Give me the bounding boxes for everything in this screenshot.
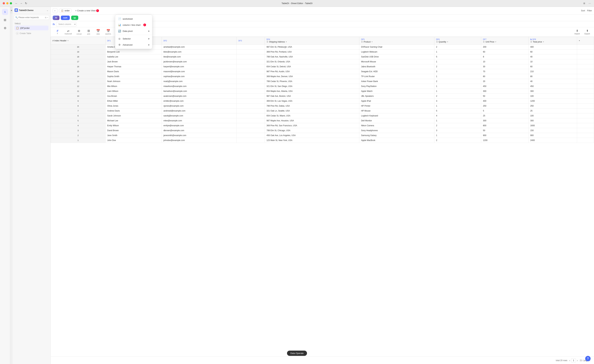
add-search-icon[interactable]: + [47, 16, 48, 19]
dropdown-item-advanced[interactable]: ⚙ Advanced ▶ [115, 42, 152, 48]
cell-quantity: 1 [434, 133, 481, 138]
refresh-nav-icon[interactable]: ↻ [24, 2, 28, 5]
cell-index: 11 [51, 89, 106, 94]
create-table-btn[interactable]: + Create Table [14, 31, 48, 36]
product-col-icon: ☰ [361, 41, 363, 43]
sidebar-chevron-icon[interactable]: ⌄ [47, 9, 48, 12]
cell-unit-price: 80 [481, 74, 528, 79]
sort-button[interactable]: Sort [581, 9, 585, 12]
cell-shipping: 321 Elm St, Orlando, USA [265, 59, 359, 64]
cell-df2: miawilson@example.com [162, 84, 236, 89]
cell-add [577, 74, 594, 79]
cell-unit-price: 300 [481, 89, 528, 94]
cell-total-price: 450 [528, 84, 577, 89]
prev-page-button[interactable]: ‹ [569, 359, 570, 362]
cell-unit-price: 60 [481, 49, 528, 54]
col-header-index[interactable]: # Index Header ▼ [51, 37, 106, 45]
cell-df2: sophias@example.com [162, 74, 236, 79]
order-tab[interactable]: 📋 order [59, 8, 72, 13]
cell-index: 20 [51, 45, 106, 49]
cell-df3 [237, 54, 265, 59]
close-button[interactable] [3, 2, 5, 4]
forward-nav-icon[interactable]: → [20, 2, 23, 5]
cell-index: 19 [51, 49, 106, 54]
col-header-add[interactable]: + [577, 37, 594, 45]
pagination: total 20 rows ‹ 1 › 21 / page ⌄ [51, 357, 594, 364]
back-button[interactable]: ← [53, 8, 57, 13]
table-item-label: (DF)order [20, 27, 30, 29]
cell-df1: Sarah Johnson [105, 113, 162, 118]
sp-button[interactable]: sp [71, 16, 78, 20]
cell-df3 [237, 89, 265, 94]
dropdown-item-worksheet[interactable]: 📄 worksheet [115, 16, 152, 22]
next-page-button[interactable]: › [577, 359, 578, 362]
nav-icon-table[interactable]: ⊞ [2, 17, 8, 23]
cell-product: TP-Link Router [359, 74, 434, 79]
total-price-col-icon: ☰ [530, 41, 532, 43]
window-title: TableDI - Sheet Editor - TableDI [282, 2, 313, 5]
data-operate-button[interactable]: Data Operate [287, 351, 307, 356]
nav-icon-app[interactable]: 1 [2, 9, 8, 15]
nav-icon-settings[interactable]: ⚙ [2, 25, 8, 31]
unit-price-col-icon: ☰ [483, 41, 485, 43]
table-row: 11 Liam Wilson liamwilson@example.com 65… [51, 89, 594, 94]
cell-product: Microsoft Mouse [359, 59, 434, 64]
func-date-button[interactable]: 📅 date [94, 28, 102, 36]
cell-index: 1 [51, 138, 106, 143]
ai-button[interactable]: AI [53, 16, 60, 20]
table-row: 14 Sophia Smith sophias@example.com 369 … [51, 74, 594, 79]
titlebar: ← → ↻ TableDI - Sheet Editor - TableDI ⊞… [0, 0, 594, 7]
func-if-button[interactable]: if if [53, 28, 61, 35]
cell-product: Sony PlayStation [359, 84, 434, 89]
fullscreen-icon[interactable]: ⊞ [582, 2, 586, 5]
sum-button[interactable]: sum [61, 16, 70, 20]
func-datefmt-button[interactable]: 📅 datefmt. [103, 28, 113, 36]
index-sort-icon: ▼ [67, 40, 69, 41]
current-page[interactable]: 1 [571, 358, 576, 363]
table-row: 6 Sarah Johnson sarahj@example.com 654 C… [51, 113, 594, 118]
create-new-view-button[interactable]: + Create a new View 1 [73, 9, 101, 13]
menu-icon[interactable]: ⋯ [588, 2, 591, 5]
column-select[interactable]: Select column [56, 22, 76, 27]
table-row: 10 Ava Brown avabrown@example.com 987 Oa… [51, 94, 594, 99]
table-item-order[interactable]: 📋 (DF)order [14, 26, 48, 30]
search-input[interactable] [14, 15, 49, 20]
col-header-unit-price[interactable]: DF7 ☰ Unit Price ▼ [481, 37, 528, 45]
dropdown-item-chart[interactable]: 📊 column / line chart 2 [115, 22, 152, 28]
col-header-shipping[interactable]: DF4 ☰ Shipping Address ▼ [265, 37, 359, 45]
func-pick-button[interactable]: ⊞ pick [85, 28, 93, 36]
filter-icon[interactable]: ⊟ [45, 16, 47, 19]
col-header-df2[interactable]: DF2 [162, 37, 236, 45]
dropdown-item-pivot[interactable]: 🔄 Data pivot ▶ [115, 28, 152, 34]
func-replaceall-button[interactable]: ⇄ replaceall [63, 28, 74, 36]
dropdown-item-selector[interactable]: ◎ Selector ▶ [115, 36, 152, 42]
cell-product: Seagate Ext. HDD [359, 69, 434, 74]
cell-product: Logitech Webcam [359, 49, 434, 54]
back-nav-icon[interactable]: ← [15, 2, 18, 5]
import-button[interactable]: ⬇ Import [573, 28, 581, 35]
cell-df3 [237, 64, 265, 69]
cell-index: 17 [51, 59, 106, 64]
col-header-product[interactable]: DF5 ☰ Product ▼ [359, 37, 434, 45]
filter-button[interactable]: Filter [587, 9, 592, 12]
minimize-button[interactable] [6, 2, 8, 4]
col-header-total-price[interactable]: fx DF8 ☰ Total price ▼ [528, 37, 577, 45]
cell-df3 [237, 138, 265, 143]
cell-df1: Emily Wilson [105, 123, 162, 128]
dropdown-divider [115, 35, 152, 35]
col-header-quantity[interactable]: DF6 ☰ Quantity ▼ [434, 37, 481, 45]
cell-shipping: 987 Elm St, Pittsburgh, USA [265, 45, 359, 49]
table-row: 4 Emily Wilson emilyw@example.com 369 Pi… [51, 123, 594, 128]
cell-product: Apple MacBook [359, 138, 434, 143]
cell-total-price: 60 [528, 49, 577, 54]
help-button[interactable]: ? [585, 356, 591, 361]
cell-add [577, 54, 594, 59]
maximize-button[interactable] [10, 2, 12, 4]
cell-index: 16 [51, 64, 106, 69]
new-view-badge: 1 [96, 9, 99, 12]
export-button[interactable]: ⬆ Export [583, 28, 591, 35]
col-header-df3[interactable]: DF3 [237, 37, 265, 45]
func-concat-button[interactable]: ⊕ concat [75, 28, 83, 36]
sidebar-collapse-btn[interactable]: ◀ [10, 7, 13, 13]
cell-add [577, 94, 594, 99]
